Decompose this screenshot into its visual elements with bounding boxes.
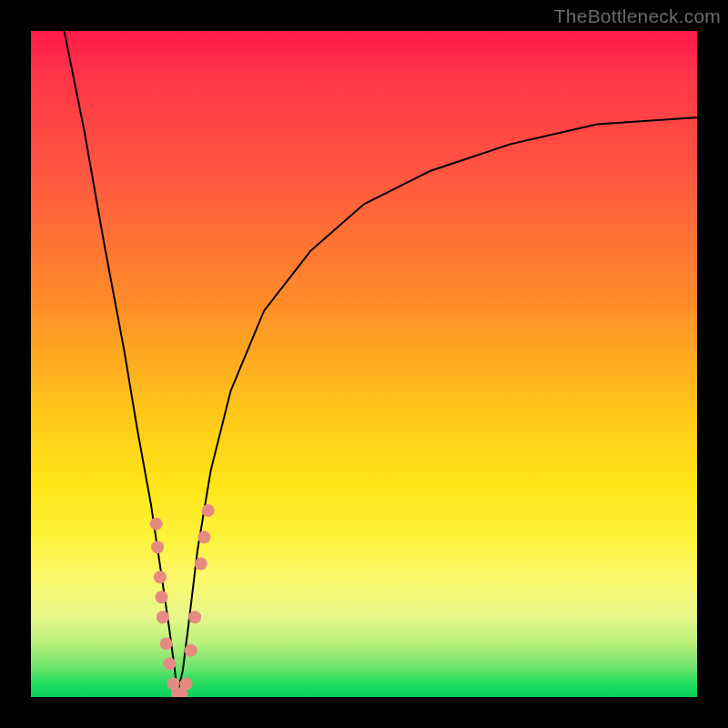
marker-point — [150, 518, 163, 531]
marker-point — [151, 541, 164, 553]
marker-group — [150, 504, 215, 697]
chart-svg — [31, 31, 697, 697]
plot-area — [31, 31, 697, 697]
marker-point — [160, 637, 173, 650]
marker-point — [202, 504, 215, 517]
marker-point — [195, 558, 207, 571]
marker-point — [157, 611, 169, 623]
outer-frame: TheBottleneck.com — [0, 0, 728, 728]
marker-point — [156, 591, 168, 603]
marker-point — [154, 571, 167, 583]
marker-point — [197, 531, 210, 543]
marker-point — [185, 644, 197, 657]
marker-point — [163, 657, 176, 670]
marker-point — [180, 677, 193, 690]
watermark-label: TheBottleneck.com — [554, 5, 721, 27]
marker-point — [188, 611, 201, 623]
